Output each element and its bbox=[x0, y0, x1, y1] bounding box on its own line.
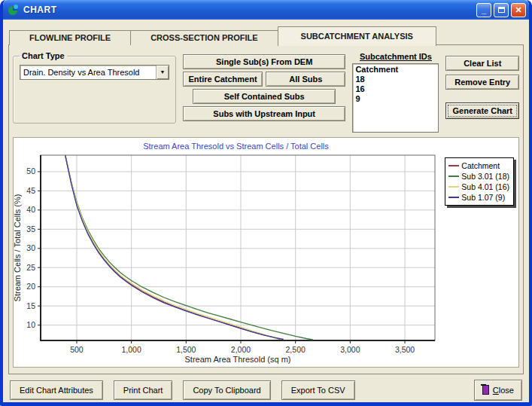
print-chart-button[interactable]: Print Chart bbox=[114, 380, 173, 400]
list-item[interactable]: 16 bbox=[355, 84, 436, 94]
plot-area: 1015202530354045505001,0001,5002,0002,50… bbox=[14, 151, 441, 371]
x-tick-label: 1,500 bbox=[176, 345, 196, 354]
y-tick-label: 35 bbox=[26, 224, 35, 234]
entire-catchment-button[interactable]: Entire Catchment bbox=[183, 72, 263, 87]
x-tick-label: 2,500 bbox=[286, 345, 306, 354]
dialog-body: FLOWLINE PROFILE CROSS-SECTION PROFILE S… bbox=[3, 20, 529, 406]
maximize-button[interactable] bbox=[494, 3, 509, 17]
legend-line-swatch bbox=[448, 176, 459, 177]
x-tick-label: 3,500 bbox=[395, 345, 415, 354]
legend-label: Catchment bbox=[461, 160, 500, 171]
chart-type-label: Chart Type bbox=[20, 51, 67, 60]
tab-strip: FLOWLINE PROFILE CROSS-SECTION PROFILE S… bbox=[8, 26, 524, 45]
titlebar: CHART _ ✕ bbox=[3, 0, 529, 20]
list-item[interactable]: 9 bbox=[355, 94, 436, 104]
chart-panel: Stream Area Thresold vs Stream Cells / T… bbox=[13, 137, 519, 368]
tab-flowline-profile[interactable]: FLOWLINE PROFILE bbox=[9, 30, 131, 45]
y-tick-label: 15 bbox=[26, 301, 35, 310]
single-subs-from-dem-button[interactable]: Single Sub(s) From DEM bbox=[183, 54, 345, 69]
subs-with-upstream-input-button[interactable]: Subs with Upstream Input bbox=[183, 106, 345, 121]
self-contained-subs-button[interactable]: Self Contained Subs bbox=[193, 89, 336, 104]
legend-entry: Sub 3.01 (18) bbox=[448, 171, 509, 182]
button-row: Entire Catchment All Subs bbox=[183, 72, 345, 87]
y-tick-label: 50 bbox=[26, 166, 35, 176]
legend-label: Sub 3.01 (18) bbox=[461, 171, 509, 182]
y-tick-label: 45 bbox=[26, 186, 35, 195]
subcatchment-ids-column: Subcatchment IDs Catchment 18 16 9 bbox=[352, 51, 439, 133]
close-button[interactable]: Close bbox=[474, 380, 522, 401]
plot-border bbox=[41, 155, 435, 340]
list-item[interactable]: Catchment bbox=[355, 65, 436, 75]
minimize-button[interactable]: _ bbox=[476, 3, 491, 17]
x-tick-label: 500 bbox=[70, 345, 84, 354]
chart-type-value: Drain. Density vs Area Thresold bbox=[20, 66, 156, 79]
y-tick-label: 40 bbox=[26, 205, 35, 214]
tab-subcatchment-analysis[interactable]: SUBCATCHMENT ANALYSIS bbox=[278, 26, 436, 46]
exit-door-icon bbox=[482, 385, 489, 395]
list-item[interactable]: 18 bbox=[355, 75, 436, 84]
subcatchment-ids-label: Subcatchment IDs bbox=[352, 51, 439, 63]
x-axis-label: Stream Area Thresold (sq m) bbox=[184, 355, 290, 364]
maximize-icon bbox=[498, 7, 505, 13]
legend-label: Sub 1.07 (9) bbox=[461, 192, 505, 203]
chevron-down-icon[interactable]: ▼ bbox=[156, 66, 169, 79]
tab-cross-section-profile[interactable]: CROSS-SECTION PROFILE bbox=[130, 30, 278, 45]
all-subs-button[interactable]: All Subs bbox=[266, 72, 345, 87]
legend-line-swatch bbox=[448, 186, 459, 188]
chart-type-groupbox: Chart Type Drain. Density vs Area Threso… bbox=[13, 51, 176, 124]
legend-entry: Catchment bbox=[448, 160, 509, 171]
subcatchment-analysis-page: Chart Type Drain. Density vs Area Threso… bbox=[8, 44, 524, 374]
close-window-button[interactable]: ✕ bbox=[511, 3, 526, 17]
subcatchment-ids-listbox[interactable]: Catchment 18 16 9 bbox=[352, 63, 439, 133]
chart-legend: CatchmentSub 3.01 (18)Sub 4.01 (16)Sub 1… bbox=[445, 157, 514, 206]
y-tick-label: 20 bbox=[26, 282, 35, 291]
close-button-label: Close bbox=[493, 386, 514, 395]
y-axis-label: Stream Cells / Total Cells (%) bbox=[14, 194, 22, 302]
remove-entry-button[interactable]: Remove Entry bbox=[445, 75, 519, 90]
legend-line-swatch bbox=[448, 197, 459, 198]
controls-row: Chart Type Drain. Density vs Area Threso… bbox=[13, 51, 519, 133]
legend-entry: Sub 1.07 (9) bbox=[448, 192, 509, 203]
y-tick-label: 25 bbox=[26, 263, 35, 272]
edit-chart-attributes-button[interactable]: Edit Chart Attributes bbox=[10, 380, 103, 400]
y-tick-label: 10 bbox=[26, 320, 35, 329]
clear-list-button[interactable]: Clear List bbox=[445, 56, 519, 71]
copy-to-clipboard-button[interactable]: Copy To Clipboard bbox=[183, 380, 270, 400]
x-tick-label: 3,000 bbox=[340, 345, 360, 354]
footer-bar: Edit Chart Attributes Print Chart Copy T… bbox=[8, 374, 524, 401]
app-icon bbox=[8, 4, 20, 16]
series-line-sub-4-01-16- bbox=[65, 155, 278, 340]
list-actions-column: Clear List Remove Entry Generate Chart bbox=[445, 51, 519, 133]
legend-label: Sub 4.01 (16) bbox=[461, 182, 509, 192]
window-title: CHART bbox=[23, 5, 474, 15]
source-buttons-column: Single Sub(s) From DEM Entire Catchment … bbox=[183, 51, 345, 133]
x-tick-label: 2,000 bbox=[231, 345, 251, 354]
x-tick-label: 1,000 bbox=[122, 345, 141, 354]
chart-title: Stream Area Thresold vs Stream Cells / T… bbox=[14, 142, 518, 151]
generate-chart-button[interactable]: Generate Chart bbox=[445, 102, 519, 119]
legend-line-swatch bbox=[448, 165, 459, 166]
export-to-csv-button[interactable]: Export To CSV bbox=[281, 380, 355, 400]
legend-entry: Sub 4.01 (16) bbox=[448, 182, 509, 192]
y-tick-label: 30 bbox=[26, 243, 35, 252]
chart-dialog-window: CHART _ ✕ FLOWLINE PROFILE CROSS-SECTION… bbox=[0, 0, 532, 406]
chart-type-select[interactable]: Drain. Density vs Area Thresold ▼ bbox=[20, 65, 169, 80]
